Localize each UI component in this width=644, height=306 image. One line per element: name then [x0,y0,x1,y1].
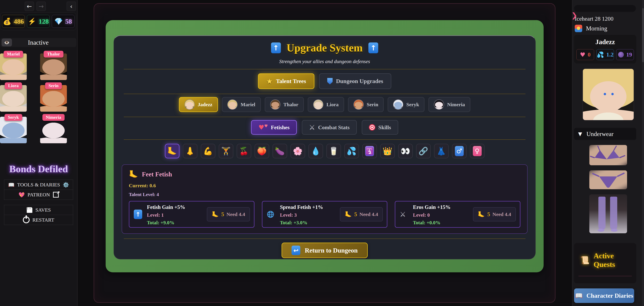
underwear-section-header[interactable]: ▼ Underwear [574,128,636,140]
character-tab-mariel[interactable]: Mariel [222,97,261,112]
link-icon: 🔗 [418,146,428,156]
underwear-thumb-bra[interactable] [589,145,627,165]
roster-card-mariel[interactable]: Mariel [0,53,27,80]
character-tab-seryk[interactable]: Seryk [388,97,424,112]
fetish-tab-crown[interactable]: 👑 [380,144,395,158]
upgrade-title: Fetish Gain +5% [147,204,213,210]
tab-label: Dungeon Upgrades [336,78,383,84]
gear-icon: ⚙️ [63,182,69,188]
male-sign-icon: ♂ [455,146,464,156]
character-diaries-button[interactable]: 📖 Character Diaries [574,289,634,303]
flexed-biceps-icon: 💪 [203,146,213,156]
upgrade-total: Total: +9.0% [147,220,213,226]
fetish-tab-droplet[interactable]: 💧 [308,144,323,158]
roster-card-nimeria[interactable]: Nimeria [40,117,67,143]
patreon-button[interactable]: 💖 PATREON ↗ [4,190,73,200]
sub-tab-label: Fetishes [271,124,290,131]
character-tab-thalor[interactable]: Thalor [265,97,304,112]
character-name-badge: Seryk [4,114,22,121]
fetish-tab-muscle[interactable]: 💪 [201,144,215,158]
roster-card-seryk[interactable]: Seryk [0,117,27,143]
tab-combat-stats[interactable]: ⚔ Combat Stats [302,120,357,135]
fetish-tab-cherries[interactable]: 🍒 [237,144,251,158]
gem-icon: 💎 [54,17,63,25]
active-character-name: Jadezz [576,38,634,46]
star-icon: ★ [266,77,273,85]
fetish-tab-female[interactable]: ♀ [470,144,484,158]
character-tab-jadezz[interactable]: Jadezz [179,97,218,112]
eyes-icon: 👀 [400,146,410,156]
divider [124,117,526,117]
fetish-tab-nose[interactable]: 👃 [183,144,198,158]
moon-stat: 19 [616,49,634,60]
roster-card-liora[interactable]: Liora [0,85,27,112]
external-link-icon: ↗ [53,192,59,198]
restart-button[interactable]: RESTART [4,215,73,225]
dress-icon: 👗 [436,146,446,156]
right-sidebar: ❯ Iceheart 28 1200 Morning Jadezz ♥ 0 💦 … [572,0,644,306]
fetish-tab-male[interactable]: ♂ [452,144,466,158]
character-tab-liora[interactable]: Liora [308,97,344,112]
tab-skills[interactable]: Skills [362,120,398,135]
upgrade-requirement: Need 4.4 [226,211,245,217]
buy-upgrade-button[interactable]: 🦶 5 Need 4.4 [207,207,250,221]
fetish-tab-lifter[interactable]: 🏋️ [219,144,233,158]
fetish-tab-peach[interactable]: 🍑 [254,144,269,158]
fetish-tab-worship[interactable]: 🛐 [362,144,377,158]
tab-dungeon-upgrades[interactable]: Dungeon Upgrades [319,73,392,89]
character-tab-nimeria[interactable]: Nimeria [428,97,470,112]
upgrade-cost: 5 [487,211,490,218]
crossed-swords-icon: ⚔ [309,123,315,131]
lightning-icon: ⚡ [28,17,36,25]
tools-diaries-button[interactable]: 📖 TOOLS & DIARIES ⚙️ [4,180,73,190]
fetish-tab-sweat[interactable]: 💦 [344,144,359,158]
fetish-icon-bar: 🦶 👃 💪 🏋️ 🍒 🍑 🍆 🌸 💧 🥛 💦 🛐 👑 👀 [165,144,484,158]
forward-button[interactable]: → [36,2,46,11]
cherry-blossom-icon: 🌸 [293,146,302,156]
foot-icon: 🦶 [167,146,177,156]
crown-icon: 👑 [382,146,392,156]
return-row: ↩ Return to Dungeon [282,243,368,258]
fetish-current-value: Current: 0.6 [129,183,520,188]
sub-tab-label: Skills [378,124,391,131]
hearts-value: 0 [588,51,590,58]
expand-chevron[interactable]: ❯ [571,11,577,19]
active-quests-header: 📜 Active Quests [580,252,634,269]
tab-fetishes[interactable]: ♥♥ Fetishes [251,120,297,135]
resource-bar: 💰 486 ⚡ 128 💎 58 [0,12,76,30]
book-icon: 📖 [575,292,583,299]
fetish-tab-foot[interactable]: 🦶 [165,144,180,158]
fetish-tab-link[interactable]: 🔗 [416,144,431,158]
buy-upgrade-button[interactable]: 🦶 5 Need 4.4 [340,207,383,221]
tab-talent-trees[interactable]: ★ Talent Trees [258,73,314,89]
energy-counter: ⚡ 128 [27,15,50,28]
back-button[interactable]: ← [25,2,34,11]
fetish-tab-blossom[interactable]: 🌸 [290,144,305,158]
gold-counter: 💰 486 [2,15,25,28]
fetish-title-row: 🦶 Feet Fetish [129,170,520,179]
fetish-tab-eyes[interactable]: 👀 [398,144,413,158]
upgrade-cards-row: ↑ Fetish Gain +5% Level: 1 Total: +9.0% … [129,201,520,228]
page-scrollbar[interactable] [642,0,644,306]
eye-toggle-button[interactable]: 👁️ [2,38,12,46]
divider [124,239,526,239]
roster-card-serin[interactable]: Serin [40,85,67,112]
character-tab-serin[interactable]: Serin [348,97,384,112]
up-arrow-icon: ↑ [368,42,378,53]
heart-icon: ♥ [580,51,585,58]
fetish-tab-eggplant[interactable]: 🍆 [272,144,287,158]
fetish-detail-panel: 🦶 Feet Fetish Current: 0.6 Talent Level:… [122,164,528,234]
fetish-tab-milk[interactable]: 🥛 [326,144,341,158]
underwear-thumb-panties[interactable] [589,170,627,189]
underwear-thumb-stockings[interactable] [589,194,627,233]
return-to-dungeon-button[interactable]: ↩ Return to Dungeon [282,243,368,258]
scrollbar-thumb[interactable] [642,8,644,62]
upgrade-panel: ↑ Upgrade System ↑ Strengthen your allie… [114,35,536,259]
app-root: ← → ‹ 💰 486 ⚡ 128 💎 58 👁️ Inactive Mar [0,0,644,306]
saves-button[interactable]: 💾 SAVES [4,205,73,215]
fetish-tab-dress[interactable]: 👗 [434,144,449,158]
roster-card-thalor[interactable]: Thalor [40,53,67,80]
collapse-sidebar-button[interactable]: ‹ [67,2,76,11]
inactive-header: 👁️ Inactive [0,38,76,47]
buy-upgrade-button[interactable]: 🦶 5 Need 4.4 [473,207,516,221]
